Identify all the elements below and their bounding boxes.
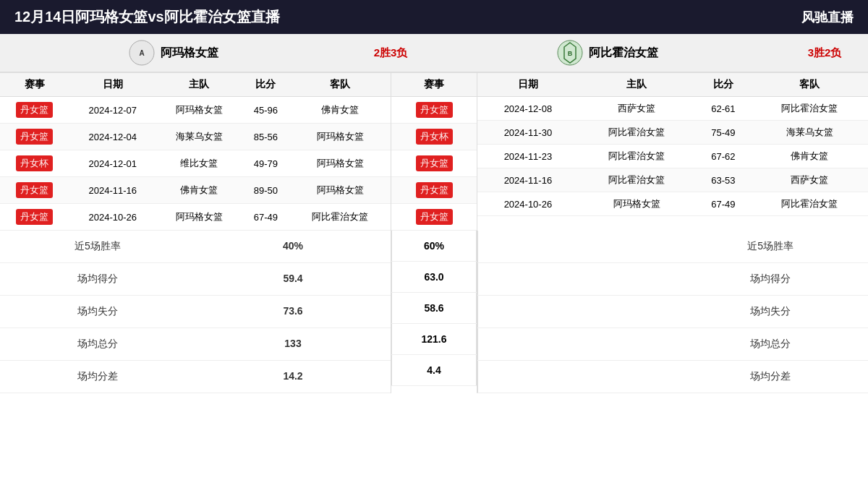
right-stat-win_rate: 近5场胜率: [477, 231, 868, 263]
right-score: 67-49: [695, 192, 751, 216]
right-stat-avg_score: 场均得分: [477, 263, 868, 296]
stats-section: 近5场胜率 40% 场均得分 59.4 场均失分 73.6 场均总分 133 场…: [0, 231, 868, 393]
left-away: 阿玛格女篮: [290, 177, 391, 204]
stat-value-right: [477, 328, 673, 360]
left-score: 49-79: [242, 150, 290, 177]
left-stat-avg_diff: 场均分差 14.2: [0, 361, 391, 393]
stat-label-left: 场均失分: [0, 296, 195, 328]
left-stat-avg_total: 场均总分 133: [0, 328, 391, 361]
page-header: 12月14日阿玛格女篮vs阿比霍治女篮直播 风驰直播: [0, 0, 868, 34]
stat-label-right: 场均得分: [673, 263, 869, 295]
center-tag-row: 丹女篮: [391, 177, 477, 204]
left-away: 佛肯女篮: [290, 97, 391, 124]
right-away: 阿比霍治女篮: [752, 192, 868, 216]
right-event-tag: 丹女杯: [391, 124, 477, 150]
left-event-tag: 丹女篮: [0, 204, 69, 231]
svg-text:B: B: [568, 50, 573, 57]
right-col-event: 赛事: [391, 73, 477, 97]
right-event-tag: 丹女篮: [391, 150, 477, 177]
stat-value-center: 63.0: [391, 262, 477, 292]
stat-value-right: [477, 361, 673, 393]
right-stat-avg_total: 场均总分: [477, 328, 868, 361]
left-date: 2024-11-16: [69, 177, 156, 204]
right-date: 2024-11-23: [477, 145, 579, 168]
center-stat-avg_loss: 58.6: [391, 293, 477, 324]
stat-label-left: 场均得分: [0, 263, 195, 295]
left-score: 89-50: [242, 177, 290, 204]
right-score: 67-62: [695, 145, 751, 168]
stat-value-right: [477, 296, 673, 328]
center-tag-row: 丹女篮: [391, 97, 477, 124]
stat-label-left: 场均分差: [0, 361, 195, 393]
left-score: 85-56: [242, 124, 290, 150]
left-event-tag: 丹女杯: [0, 150, 69, 177]
right-match-row: 2024-10-26 阿玛格女篮 67-49 阿比霍治女篮: [477, 192, 868, 216]
left-match-row: 丹女篮 2024-12-04 海莱乌女篮 85-56 阿玛格女篮: [0, 124, 391, 150]
right-team-record: 3胜2负: [781, 34, 868, 72]
right-date: 2024-10-26: [477, 192, 579, 216]
left-date: 2024-10-26: [69, 204, 156, 231]
right-event-tag: 丹女篮: [391, 204, 477, 231]
stat-label-left: 近5场胜率: [0, 231, 195, 262]
stat-value-center: 60%: [391, 231, 477, 261]
stat-label-right: 场均总分: [673, 328, 869, 360]
right-col-home: 主队: [579, 73, 695, 97]
center-stat-avg_diff: 4.4: [391, 355, 477, 386]
left-date: 2024-12-01: [69, 150, 156, 177]
left-home: 佛肯女篮: [156, 177, 242, 204]
right-match-row: 2024-11-16 阿比霍治女篮 63-53 西萨女篮: [477, 168, 868, 192]
center-stats: 60% 63.0 58.6 121.6 4.4: [391, 231, 477, 393]
left-col-home: 主队: [156, 73, 242, 97]
right-score: 63-53: [695, 168, 751, 192]
right-event-tag: 丹女篮: [391, 177, 477, 204]
page-title: 12月14日阿玛格女篮vs阿比霍治女篮直播: [14, 7, 280, 27]
stat-value-right: [477, 231, 673, 262]
left-away: 阿玛格女篮: [290, 124, 391, 150]
center-tag-row: 丹女篮: [391, 150, 477, 177]
center-stat-avg_total: 121.6: [391, 324, 477, 355]
left-event-tag: 丹女篮: [0, 97, 69, 124]
left-event-tag: 丹女篮: [0, 124, 69, 150]
stat-label-right: 场均失分: [673, 296, 869, 328]
right-home: 阿比霍治女篮: [579, 168, 695, 192]
right-team-logo: B: [557, 40, 583, 66]
stat-value-left: 133: [195, 328, 391, 360]
left-team-name: 阿玛格女篮: [161, 46, 218, 61]
center-stat-win_rate: 60%: [391, 231, 477, 262]
right-match-row: 2024-12-08 西萨女篮 62-61 阿比霍治女篮: [477, 97, 868, 121]
right-match-table: 日期 主队 比分 客队 2024-12-08 西萨女篮 62-61 阿比霍治女篮…: [477, 72, 868, 231]
left-stats: 近5场胜率 40% 场均得分 59.4 场均失分 73.6 场均总分 133 场…: [0, 231, 391, 393]
brand-name: 风驰直播: [801, 9, 854, 26]
left-match-row: 丹女篮 2024-10-26 阿玛格女篮 67-49 阿比霍治女篮: [0, 204, 391, 231]
stat-value-left: 73.6: [195, 296, 391, 328]
left-team-info: A 阿玛格女篮: [0, 34, 347, 72]
right-home: 阿比霍治女篮: [579, 145, 695, 168]
left-date: 2024-12-07: [69, 97, 156, 124]
right-date: 2024-11-30: [477, 121, 579, 145]
left-stat-avg_loss: 场均失分 73.6: [0, 296, 391, 328]
right-away: 西萨女篮: [752, 168, 868, 192]
center-divider: 赛事 丹女篮 丹女杯 丹女篮 丹女篮 丹女篮: [391, 72, 477, 231]
left-home: 维比女篮: [156, 150, 242, 177]
right-col-score: 比分: [695, 73, 751, 97]
right-date: 2024-11-16: [477, 168, 579, 192]
main-content: 赛事 日期 主队 比分 客队 丹女篮 2024-12-07 阿玛格女篮 45-9…: [0, 72, 868, 231]
left-score: 45-96: [242, 97, 290, 124]
right-home: 阿比霍治女篮: [579, 121, 695, 145]
stat-value-center: 4.4: [391, 355, 477, 385]
stat-value-center: 58.6: [391, 293, 477, 323]
right-stat-avg_diff: 场均分差: [477, 361, 868, 393]
stat-value-right: [477, 263, 673, 295]
left-home: 阿玛格女篮: [156, 204, 242, 231]
right-team-info: B 阿比霍治女篮: [434, 34, 781, 72]
right-score: 62-61: [695, 97, 751, 121]
left-date: 2024-12-04: [69, 124, 156, 150]
stat-value-left: 40%: [195, 231, 391, 262]
left-event-tag: 丹女篮: [0, 177, 69, 204]
left-score: 67-49: [242, 204, 290, 231]
left-match-row: 丹女篮 2024-11-16 佛肯女篮 89-50 阿玛格女篮: [0, 177, 391, 204]
right-event-tag: 丹女篮: [391, 97, 477, 124]
left-home: 阿玛格女篮: [156, 97, 242, 124]
stat-label-right: 近5场胜率: [673, 231, 869, 262]
svg-text:A: A: [139, 49, 144, 57]
